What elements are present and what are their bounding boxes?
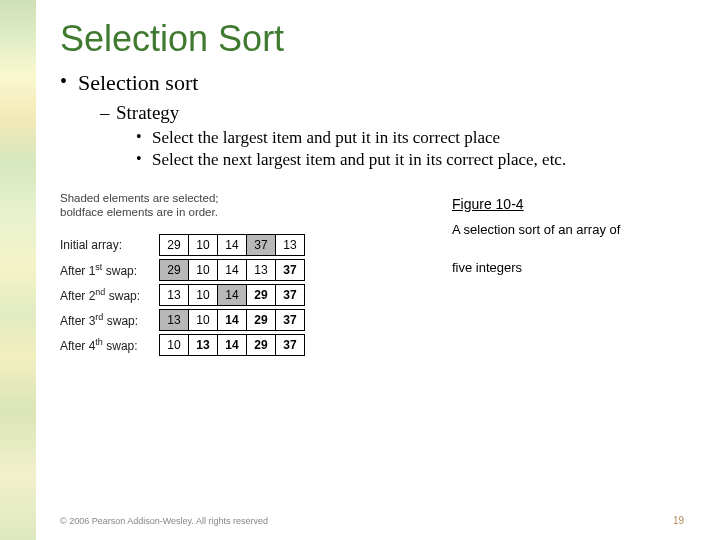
copyright-footer: © 2006 Pearson Addison-Wesley. All right… xyxy=(60,516,268,526)
array-cell: 13 xyxy=(275,234,305,256)
array-cell: 13 xyxy=(246,259,276,281)
array-cell: 10 xyxy=(188,259,218,281)
array-cell: 37 xyxy=(275,259,305,281)
figure-caption-a: A selection sort of an array of xyxy=(452,220,678,240)
trace-table: Initial array:2910143713After 1st swap:2… xyxy=(60,234,420,356)
array-cell: 37 xyxy=(275,334,305,356)
trace-array: 1310142937 xyxy=(160,309,305,331)
trace-array: 2910143713 xyxy=(160,234,305,256)
array-cell: 29 xyxy=(246,284,276,306)
trace-row-0: Initial array:2910143713 xyxy=(60,234,420,256)
array-cell: 14 xyxy=(217,284,247,306)
trace-row-label: After 2nd swap: xyxy=(60,287,160,303)
trace-array: 2910141337 xyxy=(160,259,305,281)
array-cell: 29 xyxy=(159,259,189,281)
array-cell: 37 xyxy=(246,234,276,256)
trace-row-3: After 3rd swap:1310142937 xyxy=(60,309,420,331)
figure-area: Shaded elements are selected; boldface e… xyxy=(60,192,678,359)
trace-row-4: After 4th swap:1013142937 xyxy=(60,334,420,356)
figure-left: Shaded elements are selected; boldface e… xyxy=(60,192,420,359)
array-cell: 13 xyxy=(159,309,189,331)
figure-caption-b: five integers xyxy=(452,258,678,278)
note-line1: Shaded elements are selected; xyxy=(60,192,219,204)
trace-array: 1013142937 xyxy=(160,334,305,356)
array-cell: 13 xyxy=(159,284,189,306)
trace-row-label: After 1st swap: xyxy=(60,262,160,278)
array-cell: 29 xyxy=(246,309,276,331)
trace-row-1: After 1st swap:2910141337 xyxy=(60,259,420,281)
array-cell: 13 xyxy=(188,334,218,356)
array-cell: 29 xyxy=(246,334,276,356)
array-cell: 29 xyxy=(159,234,189,256)
array-cell: 10 xyxy=(159,334,189,356)
trace-array: 1310142937 xyxy=(160,284,305,306)
trace-row-label: Initial array: xyxy=(60,238,160,252)
trace-row-label: After 3rd swap: xyxy=(60,312,160,328)
bullet-l1: Selection sort xyxy=(60,70,678,96)
array-cell: 37 xyxy=(275,309,305,331)
array-cell: 10 xyxy=(188,309,218,331)
array-cell: 14 xyxy=(217,234,247,256)
array-cell: 14 xyxy=(217,309,247,331)
array-cell: 37 xyxy=(275,284,305,306)
array-cell: 10 xyxy=(188,284,218,306)
note-line2: boldface elements are in order. xyxy=(60,206,218,218)
figure-right: Figure 10-4 A selection sort of an array… xyxy=(452,192,678,277)
page-number: 19 xyxy=(673,515,684,526)
slide-body: Selection Sort Selection sort Strategy S… xyxy=(0,0,720,369)
array-cell: 14 xyxy=(217,259,247,281)
trace-row-2: After 2nd swap:1310142937 xyxy=(60,284,420,306)
figure-label: Figure 10-4 xyxy=(452,196,678,212)
trace-row-label: After 4th swap: xyxy=(60,337,160,353)
array-cell: 14 xyxy=(217,334,247,356)
figure-note: Shaded elements are selected; boldface e… xyxy=(60,192,420,220)
bullet-l2: Strategy xyxy=(60,102,678,124)
bullet-l3b: Select the next largest item and put it … xyxy=(60,150,678,170)
bullet-l3a: Select the largest item and put it in it… xyxy=(60,128,678,148)
slide-title: Selection Sort xyxy=(60,18,678,60)
array-cell: 10 xyxy=(188,234,218,256)
